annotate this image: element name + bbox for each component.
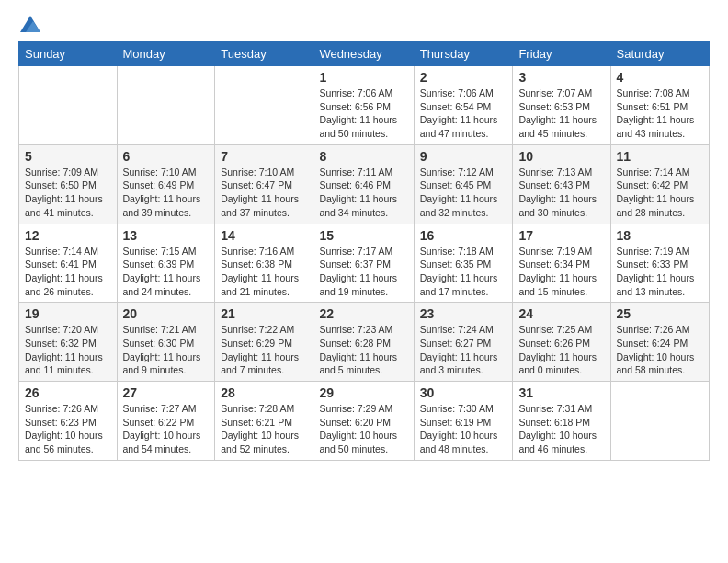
calendar-week-row: 12Sunrise: 7:14 AM Sunset: 6:41 PM Dayli… [19, 224, 710, 303]
day-info: Sunrise: 7:07 AM Sunset: 6:53 PM Dayligh… [518, 86, 604, 141]
day-number: 3 [518, 70, 604, 85]
day-info: Sunrise: 7:22 AM Sunset: 6:29 PM Dayligh… [221, 323, 307, 377]
header-wednesday: Wednesday [313, 42, 414, 66]
day-number: 8 [319, 149, 407, 164]
table-row: 15Sunrise: 7:17 AM Sunset: 6:37 PM Dayli… [313, 224, 414, 303]
day-info: Sunrise: 7:14 AM Sunset: 6:41 PM Dayligh… [25, 245, 111, 299]
day-number: 6 [123, 149, 210, 164]
day-number: 23 [420, 306, 507, 321]
day-number: 14 [221, 228, 307, 243]
day-number: 11 [617, 149, 704, 164]
day-info: Sunrise: 7:27 AM Sunset: 6:22 PM Dayligh… [123, 402, 210, 456]
table-row: 3Sunrise: 7:07 AM Sunset: 6:53 PM Daylig… [513, 66, 610, 145]
day-number: 26 [25, 385, 111, 400]
day-info: Sunrise: 7:06 AM Sunset: 6:56 PM Dayligh… [319, 86, 407, 141]
table-row: 26Sunrise: 7:26 AM Sunset: 6:23 PM Dayli… [19, 382, 118, 461]
day-number: 2 [420, 70, 507, 85]
day-number: 18 [617, 228, 704, 243]
table-row: 1Sunrise: 7:06 AM Sunset: 6:56 PM Daylig… [313, 66, 414, 145]
day-info: Sunrise: 7:26 AM Sunset: 6:23 PM Dayligh… [25, 402, 111, 456]
day-info: Sunrise: 7:24 AM Sunset: 6:27 PM Dayligh… [420, 323, 507, 377]
logo [18, 15, 40, 32]
table-row: 25Sunrise: 7:26 AM Sunset: 6:24 PM Dayli… [610, 303, 710, 382]
table-row: 23Sunrise: 7:24 AM Sunset: 6:27 PM Dayli… [414, 303, 513, 382]
day-number: 24 [518, 306, 604, 321]
day-info: Sunrise: 7:17 AM Sunset: 6:37 PM Dayligh… [319, 245, 407, 299]
day-number: 25 [617, 306, 704, 321]
table-row: 16Sunrise: 7:18 AM Sunset: 6:35 PM Dayli… [414, 224, 513, 303]
day-info: Sunrise: 7:09 AM Sunset: 6:50 PM Dayligh… [25, 166, 111, 220]
table-row: 28Sunrise: 7:28 AM Sunset: 6:21 PM Dayli… [215, 382, 313, 461]
day-number: 21 [221, 306, 307, 321]
day-number: 20 [123, 306, 210, 321]
day-info: Sunrise: 7:16 AM Sunset: 6:38 PM Dayligh… [221, 245, 307, 299]
day-info: Sunrise: 7:18 AM Sunset: 6:35 PM Dayligh… [420, 245, 507, 299]
table-row: 2Sunrise: 7:06 AM Sunset: 6:54 PM Daylig… [414, 66, 513, 145]
day-number: 22 [319, 306, 407, 321]
calendar-table: Sunday Monday Tuesday Wednesday Thursday… [18, 41, 710, 461]
day-info: Sunrise: 7:28 AM Sunset: 6:21 PM Dayligh… [221, 402, 307, 456]
day-info: Sunrise: 7:26 AM Sunset: 6:24 PM Dayligh… [617, 323, 704, 377]
calendar-week-row: 19Sunrise: 7:20 AM Sunset: 6:32 PM Dayli… [19, 303, 710, 382]
table-row: 13Sunrise: 7:15 AM Sunset: 6:39 PM Dayli… [117, 224, 215, 303]
table-row: 17Sunrise: 7:19 AM Sunset: 6:34 PM Dayli… [513, 224, 610, 303]
calendar-week-row: 26Sunrise: 7:26 AM Sunset: 6:23 PM Dayli… [19, 382, 710, 461]
day-number: 16 [420, 228, 507, 243]
day-number: 29 [319, 385, 407, 400]
day-info: Sunrise: 7:08 AM Sunset: 6:51 PM Dayligh… [617, 86, 704, 141]
header-monday: Monday [117, 42, 215, 66]
day-number: 17 [518, 228, 604, 243]
table-row [215, 66, 313, 145]
day-info: Sunrise: 7:21 AM Sunset: 6:30 PM Dayligh… [123, 323, 210, 377]
day-number: 13 [123, 228, 210, 243]
table-row: 11Sunrise: 7:14 AM Sunset: 6:42 PM Dayli… [610, 144, 710, 224]
day-number: 10 [518, 149, 604, 164]
day-info: Sunrise: 7:12 AM Sunset: 6:45 PM Dayligh… [420, 166, 507, 220]
table-row [610, 382, 710, 461]
header-friday: Friday [513, 42, 610, 66]
day-number: 4 [617, 70, 704, 85]
day-info: Sunrise: 7:06 AM Sunset: 6:54 PM Dayligh… [420, 86, 507, 141]
table-row: 5Sunrise: 7:09 AM Sunset: 6:50 PM Daylig… [19, 144, 118, 224]
table-row: 14Sunrise: 7:16 AM Sunset: 6:38 PM Dayli… [215, 224, 313, 303]
day-info: Sunrise: 7:13 AM Sunset: 6:43 PM Dayligh… [518, 166, 604, 220]
header-sunday: Sunday [19, 42, 118, 66]
day-info: Sunrise: 7:10 AM Sunset: 6:49 PM Dayligh… [123, 166, 210, 220]
day-info: Sunrise: 7:14 AM Sunset: 6:42 PM Dayligh… [617, 166, 704, 220]
day-info: Sunrise: 7:15 AM Sunset: 6:39 PM Dayligh… [123, 245, 210, 299]
day-info: Sunrise: 7:23 AM Sunset: 6:28 PM Dayligh… [319, 323, 407, 377]
day-info: Sunrise: 7:30 AM Sunset: 6:19 PM Dayligh… [420, 402, 507, 456]
table-row [19, 66, 118, 145]
table-row: 22Sunrise: 7:23 AM Sunset: 6:28 PM Dayli… [313, 303, 414, 382]
table-row: 4Sunrise: 7:08 AM Sunset: 6:51 PM Daylig… [610, 66, 710, 145]
day-number: 30 [420, 385, 507, 400]
header-saturday: Saturday [610, 42, 710, 66]
day-number: 9 [420, 149, 507, 164]
logo-icon [20, 16, 40, 32]
table-row: 7Sunrise: 7:10 AM Sunset: 6:47 PM Daylig… [215, 144, 313, 224]
day-number: 27 [123, 385, 210, 400]
weekday-header-row: Sunday Monday Tuesday Wednesday Thursday… [19, 42, 710, 66]
day-number: 7 [221, 149, 307, 164]
table-row: 27Sunrise: 7:27 AM Sunset: 6:22 PM Dayli… [117, 382, 215, 461]
table-row: 19Sunrise: 7:20 AM Sunset: 6:32 PM Dayli… [19, 303, 118, 382]
table-row: 18Sunrise: 7:19 AM Sunset: 6:33 PM Dayli… [610, 224, 710, 303]
day-info: Sunrise: 7:10 AM Sunset: 6:47 PM Dayligh… [221, 166, 307, 220]
day-info: Sunrise: 7:25 AM Sunset: 6:26 PM Dayligh… [518, 323, 604, 377]
day-info: Sunrise: 7:19 AM Sunset: 6:33 PM Dayligh… [617, 245, 704, 299]
day-number: 1 [319, 70, 407, 85]
table-row: 24Sunrise: 7:25 AM Sunset: 6:26 PM Dayli… [513, 303, 610, 382]
table-row: 10Sunrise: 7:13 AM Sunset: 6:43 PM Dayli… [513, 144, 610, 224]
table-row: 20Sunrise: 7:21 AM Sunset: 6:30 PM Dayli… [117, 303, 215, 382]
table-row: 6Sunrise: 7:10 AM Sunset: 6:49 PM Daylig… [117, 144, 215, 224]
day-info: Sunrise: 7:20 AM Sunset: 6:32 PM Dayligh… [25, 323, 111, 377]
day-number: 31 [518, 385, 604, 400]
day-number: 12 [25, 228, 111, 243]
day-number: 19 [25, 306, 111, 321]
table-row: 12Sunrise: 7:14 AM Sunset: 6:41 PM Dayli… [19, 224, 118, 303]
table-row: 21Sunrise: 7:22 AM Sunset: 6:29 PM Dayli… [215, 303, 313, 382]
table-row: 29Sunrise: 7:29 AM Sunset: 6:20 PM Dayli… [313, 382, 414, 461]
day-info: Sunrise: 7:29 AM Sunset: 6:20 PM Dayligh… [319, 402, 407, 456]
calendar-week-row: 5Sunrise: 7:09 AM Sunset: 6:50 PM Daylig… [19, 144, 710, 224]
day-info: Sunrise: 7:19 AM Sunset: 6:34 PM Dayligh… [518, 245, 604, 299]
